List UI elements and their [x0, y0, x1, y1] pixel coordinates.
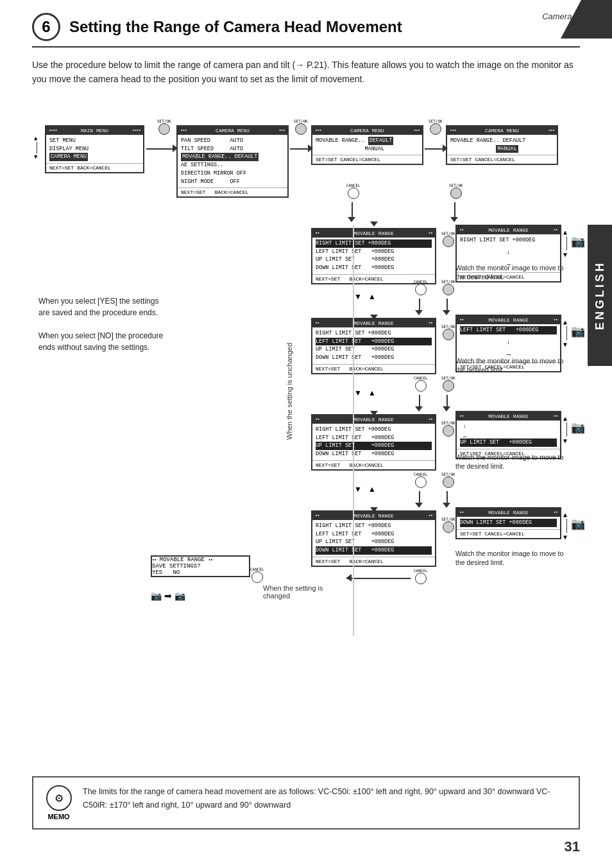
watch-text-3: Watch the monitor image to move to the d…	[455, 453, 568, 471]
cam-updown-2: ▲ ▼	[563, 318, 567, 349]
cam-updown-3: ▲ ▼	[563, 414, 567, 445]
main-content: 6 Setting the Range of Camera Head Movem…	[0, 0, 612, 697]
save-settings-box: ▪▪ MOVABLE RANGE ▪▪ SAVE SETTINGS? YES N…	[151, 555, 250, 577]
memo-label: MEMO	[47, 813, 69, 820]
cam-updown-4: ▲ ▼	[563, 510, 567, 541]
when-changed-label: When the setting ischanged	[263, 584, 323, 600]
page-number: 31	[565, 838, 580, 855]
title-section: 6 Setting the Range of Camera Head Movem…	[32, 13, 580, 48]
camera-nav-icons: 📷 ➡ 📷	[151, 591, 185, 601]
set-ok-btn-1: SET/OK	[157, 119, 171, 135]
memo-box: ⚙ MEMO The limits for the range of camer…	[32, 776, 580, 829]
set-ok-btn-10: SET/OK	[441, 472, 455, 488]
watch-text-1: Watch the monitor image to move to the d…	[455, 263, 568, 282]
memo-icon-area: ⚙ MEMO	[41, 785, 76, 820]
cancel-btn-3: CANCEL	[414, 376, 428, 392]
watch-text-2: Watch the monitor image to move to the d…	[455, 356, 568, 375]
set-ok-btn-11: SET/OK	[441, 517, 455, 533]
movable-down-list: ▪▪ MOVABLE RANGE ▪▪ RIGHT LIMIT SET +000…	[311, 510, 436, 567]
cancel-btn-1: CANCEL	[346, 183, 361, 199]
nav-arrows-1: ▼▲	[354, 292, 376, 301]
movable-left-list: ▪▪ MOVABLE RANGE ▪▪ RIGHT LIMIT SET +000…	[311, 318, 436, 374]
movable-right-list: ▪▪ MOVABLE RANGE ▪▪ RIGHT LIMIT SET +000…	[311, 228, 436, 284]
main-menu-title: MAIN MENU	[81, 128, 108, 134]
arrow-down-tip-2	[450, 217, 458, 222]
cancel-btn-4: CANCEL	[414, 472, 428, 488]
intro-text: Use the procedure below to limit the ran…	[32, 58, 580, 87]
set-ok-btn-4: SET/OK	[449, 183, 463, 199]
camera-icon-2: 📷	[571, 324, 585, 338]
up-limit-screen: ▪▪ MOVABLE RANGE ▪▪ ↓ ⎯ UP LIMIT SET +00…	[455, 411, 561, 459]
set-ok-btn-6: SET/OK	[441, 279, 455, 295]
set-ok-btn-8: SET/OK	[441, 376, 455, 392]
set-ok-btn-5: SET/OK	[441, 231, 455, 247]
when-unchanged-label: When the setting is unchanged	[285, 247, 293, 440]
movable-default-screen: ▪▪▪ CAMERA MENU ▪▪▪ MOVABLE RANGE.. DEFA…	[311, 125, 423, 166]
cancel-label-save: CANCEL	[250, 567, 264, 583]
down-limit-screen: ▪▪ MOVABLE RANGE ▪▪ DOWN LIMIT SET +000D…	[455, 507, 561, 539]
set-ok-btn-7: SET/OK	[441, 324, 455, 340]
set-ok-btn-3: SET/OK	[429, 119, 443, 135]
when-yes-text: When you select [YES] the settings are s…	[38, 295, 164, 353]
page-title: Setting the Range of Camera Head Movemen…	[69, 18, 402, 36]
memo-icon: ⚙	[46, 785, 72, 811]
diagram-area: ▪▪▪▪ MAIN MENU ▪▪▪▪ SET MENU DISPLAY MEN…	[32, 100, 584, 658]
set-ok-btn-2: SET/OK	[294, 119, 308, 135]
controller-ud-1: ▲ ▼	[34, 135, 37, 161]
arrow-down-1	[352, 202, 353, 218]
cancel-btn-2: CANCEL	[414, 279, 428, 295]
title-number: 6	[32, 13, 60, 41]
watch-text-4: Watch the monitor image to move to the d…	[455, 549, 568, 568]
camera-icon-3: 📷	[571, 421, 585, 435]
cancel-btn-5: CANCEL	[414, 568, 428, 584]
camera-icon-4: 📷	[571, 517, 585, 531]
set-ok-btn-9: SET/OK	[441, 421, 455, 437]
memo-text: The limits for the range of camera head …	[83, 785, 571, 813]
camera-menu-1-screen: ▪▪▪ CAMERA MENU ▪▪▪ PAN SPEED AUTO TILT …	[176, 125, 289, 198]
camera-icon-1: 📷	[571, 234, 585, 248]
nav-arrows-2: ▼▲	[354, 388, 376, 397]
movable-up-list: ▪▪ MOVABLE RANGE ▪▪ RIGHT LIMIT SET +000…	[311, 414, 436, 471]
movable-manual-screen: ▪▪▪ CAMERA MENU ▪▪▪ MOVABLE RANGE.. DEFA…	[446, 125, 558, 166]
arrow-down-tip-1	[348, 217, 355, 222]
main-menu-screen: ▪▪▪▪ MAIN MENU ▪▪▪▪ SET MENU DISPLAY MEN…	[45, 125, 144, 173]
nav-arrows-3: ▼▲	[354, 485, 376, 494]
arrow-down-2	[454, 202, 455, 218]
cam-updown-1: ▲ ▼	[563, 228, 567, 259]
